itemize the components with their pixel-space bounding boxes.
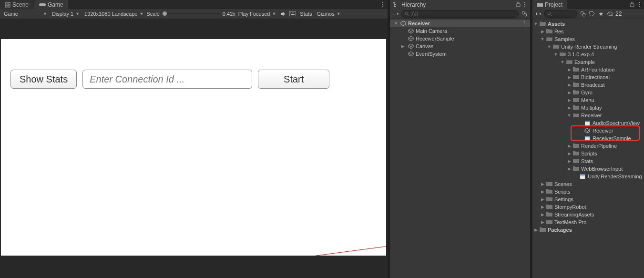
project-search[interactable]: [544, 10, 577, 18]
tab-scene-label: Scene: [12, 1, 29, 8]
gameobject-eventsystem[interactable]: EventSystem: [390, 50, 530, 58]
folder-textmesh-pro[interactable]: ▶ TextMesh Pro: [532, 218, 644, 226]
stats-button[interactable]: Stats: [298, 11, 314, 17]
game-view: Show Stats Start: [0, 19, 388, 278]
foldout-icon[interactable]: ▼: [394, 21, 399, 26]
file-audiospectrumview[interactable]: AudioSpectrumView: [532, 119, 644, 127]
foldout-icon[interactable]: ▶: [567, 166, 572, 171]
red-line-graphic: [1, 244, 386, 256]
folder-receiver[interactable]: ▼ Receiver: [532, 112, 644, 119]
foldout-icon[interactable]: ▶: [540, 212, 545, 217]
foldout-icon[interactable]: ▼: [553, 52, 558, 57]
foldout-icon[interactable]: ▶: [567, 90, 572, 95]
foldout-icon[interactable]: ▶: [567, 75, 572, 80]
game-dropdown[interactable]: Game▼: [2, 11, 49, 17]
keyboard-icon[interactable]: [288, 10, 297, 18]
folder-settings[interactable]: ▶ Settings: [532, 196, 644, 203]
folder-urs[interactable]: ▼ Unity Render Streaming: [532, 43, 644, 51]
foldout-icon[interactable]: ▶: [567, 105, 572, 110]
foldout-icon[interactable]: ▶: [567, 82, 572, 87]
panel-menu-icon[interactable]: ⋮: [522, 1, 528, 8]
folder-res[interactable]: ▶ Res: [532, 28, 644, 35]
item-label: EventSystem: [416, 51, 447, 57]
foldout-icon[interactable]: ▼: [567, 113, 572, 118]
foldout-icon[interactable]: ▼: [560, 60, 565, 64]
gameobject-receiver-sample[interactable]: ReceiverSample: [390, 35, 530, 42]
folder-arfoundation[interactable]: ▶ ARFoundation: [532, 66, 644, 73]
foldout-icon[interactable]: ▶: [567, 67, 572, 72]
lock-icon[interactable]: [516, 1, 521, 7]
foldout-icon[interactable]: ▶: [401, 44, 406, 49]
folder-samples[interactable]: ▼ Samples: [532, 35, 644, 43]
foldout-icon[interactable]: ▼: [533, 21, 538, 26]
folder-scenes[interactable]: ▶ Scenes: [532, 180, 644, 188]
folder-example[interactable]: ▼ Example: [532, 58, 644, 66]
svg-rect-11: [394, 4, 396, 5]
foldout-icon[interactable]: ▶: [540, 29, 545, 34]
gameobject-canvas[interactable]: ▶ Canvas: [390, 42, 530, 50]
favorite-icon[interactable]: ★: [597, 10, 605, 18]
folder-multiplay[interactable]: ▶ Multiplay: [532, 104, 644, 112]
scale-slider[interactable]: [163, 13, 220, 14]
scene-root[interactable]: ▼ Receiver ⋮: [390, 20, 530, 27]
hierarchy-search[interactable]: All: [401, 10, 519, 18]
start-button[interactable]: Start: [258, 70, 329, 89]
add-dropdown[interactable]: +▾: [392, 10, 399, 18]
svg-point-16: [524, 13, 527, 16]
filter-by-label-icon[interactable]: [588, 10, 596, 18]
foldout-icon[interactable]: ▼: [547, 44, 552, 49]
tab-project[interactable]: Project: [532, 0, 567, 9]
scene-root-label: Receiver: [408, 21, 430, 26]
foldout-icon[interactable]: ▶: [567, 98, 572, 103]
file-urs-asmdef[interactable]: Unity.RenderStreaming: [532, 173, 644, 180]
item-label: RenderPipeline: [581, 143, 617, 149]
file-receiver[interactable]: Receiver: [532, 127, 644, 134]
folder-broadcast[interactable]: ▶ Broadcast: [532, 81, 644, 89]
gizmos-dropdown[interactable]: Gizmos▼: [315, 11, 342, 17]
folder-packages[interactable]: ▶ Packages: [532, 226, 644, 234]
foldout-icon[interactable]: ▶: [540, 220, 545, 225]
mute-audio-icon[interactable]: [279, 10, 287, 18]
file-receiversample[interactable]: ReceiverSample: [532, 134, 644, 142]
folder-menu[interactable]: ▶ Menu: [532, 96, 644, 104]
panel-menu-icon[interactable]: ⋮: [380, 1, 386, 8]
hidden-toggle[interactable]: [606, 10, 614, 18]
gameobject-main-camera[interactable]: Main Camera: [390, 27, 530, 35]
slider-knob[interactable]: [163, 11, 167, 16]
foldout-icon[interactable]: ▶: [540, 182, 545, 186]
folder-webbrowserinput[interactable]: ▶ WebBrowserInput: [532, 165, 644, 173]
folder-assets[interactable]: ▼ Assets: [532, 20, 644, 28]
folder-renderpipeline[interactable]: ▶ RenderPipeline: [532, 142, 644, 150]
aspect-dropdown[interactable]: 1920x1080 Landscape▼: [82, 11, 145, 17]
foldout-icon[interactable]: ▶: [567, 144, 572, 148]
folder-gyro[interactable]: ▶ Gyro: [532, 89, 644, 96]
folder-streamingassets[interactable]: ▶ StreamingAssets: [532, 211, 644, 218]
row-menu-icon[interactable]: ⋮: [522, 21, 530, 27]
folder-stompyrobot[interactable]: ▶ StompyRobot: [532, 203, 644, 211]
folder-stats[interactable]: ▶ Stats: [532, 157, 644, 165]
folder-version[interactable]: ▼ 3.1.0-exp.4: [532, 51, 644, 58]
connection-id-input[interactable]: [82, 70, 252, 89]
foldout-icon[interactable]: ▶: [567, 159, 572, 164]
foldout-icon[interactable]: ▶: [540, 189, 545, 194]
foldout-icon[interactable]: ▶: [540, 197, 545, 202]
lock-icon[interactable]: [630, 1, 634, 7]
playmode-dropdown[interactable]: Play Focused▼: [236, 11, 278, 17]
add-dropdown[interactable]: +▾: [534, 10, 542, 18]
foldout-icon[interactable]: ▼: [540, 37, 545, 41]
folder-scripts[interactable]: ▶ Scripts: [532, 150, 644, 157]
folder-scripts[interactable]: ▶ Scripts: [532, 188, 644, 196]
foldout-icon[interactable]: ▶: [567, 151, 572, 156]
item-label: AudioSpectrumView: [593, 120, 640, 126]
filter-by-type-icon[interactable]: [579, 10, 587, 18]
tab-scene[interactable]: Scene: [0, 0, 33, 9]
panel-menu-icon[interactable]: ⋮: [636, 1, 642, 8]
show-stats-button[interactable]: Show Stats: [10, 70, 77, 89]
tab-game[interactable]: Game: [34, 0, 68, 9]
svg-point-7: [292, 12, 293, 13]
folder-bidirectional[interactable]: ▶ Bidirectional: [532, 73, 644, 81]
foldout-icon[interactable]: ▶: [540, 205, 545, 209]
filter-icon[interactable]: [521, 10, 528, 18]
display-dropdown[interactable]: Display 1▼: [50, 11, 82, 17]
foldout-icon[interactable]: ▶: [533, 227, 538, 232]
